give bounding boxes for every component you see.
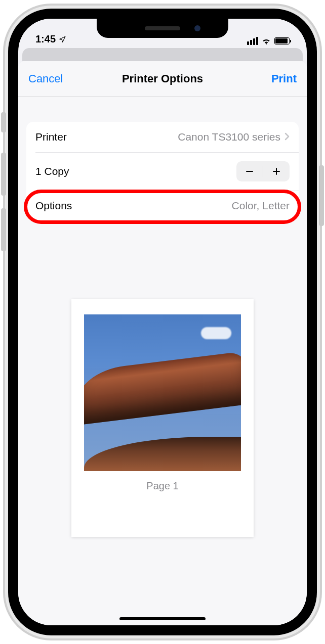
home-indicator[interactable] [119, 617, 206, 620]
options-row-label: Options [35, 200, 72, 212]
location-icon [59, 36, 66, 43]
settings-group: Printer Canon TS3100 series 1 Copy [26, 122, 299, 221]
printer-row-value: Canon TS3100 series [178, 131, 280, 143]
volume-up [1, 153, 6, 196]
screen: 1:45 Cancel Printer Options [18, 19, 307, 625]
front-camera [194, 25, 200, 31]
page-number-label: Page 1 [146, 480, 178, 492]
page-preview[interactable]: Page 1 [71, 299, 254, 537]
chevron-right-icon [285, 131, 290, 143]
print-label: Print [271, 72, 297, 85]
stepper-plus-button[interactable] [263, 161, 290, 181]
options-row-value: Color, Letter [232, 200, 290, 212]
status-time: 1:45 [35, 33, 56, 45]
copies-stepper [236, 161, 290, 181]
printer-row[interactable]: Printer Canon TS3100 series [26, 122, 299, 152]
volume-down [1, 208, 6, 251]
speaker [145, 26, 180, 30]
printer-options-sheet: Cancel Printer Options Print Printer Can… [18, 61, 307, 625]
svg-rect-2 [276, 168, 277, 175]
wifi-icon [261, 37, 271, 45]
copies-label: 1 Copy [35, 165, 69, 177]
cellular-icon [247, 37, 258, 45]
stepper-minus-button[interactable] [236, 161, 263, 181]
cancel-label: Cancel [28, 72, 63, 85]
notch [97, 19, 228, 38]
phone-frame: 1:45 Cancel Printer Options [8, 9, 317, 635]
preview-area: Page 1 [18, 221, 307, 625]
minus-icon [245, 166, 255, 176]
plus-icon [271, 166, 281, 176]
copies-row: 1 Copy [26, 152, 299, 191]
printer-row-label: Printer [35, 131, 67, 143]
battery-icon [274, 37, 290, 44]
options-row[interactable]: Options Color, Letter [26, 191, 299, 221]
nav-bar: Cancel Printer Options Print [18, 61, 307, 97]
power-button [319, 165, 324, 226]
page-title: Printer Options [122, 72, 203, 85]
preview-image [84, 314, 241, 471]
background-sheet [22, 48, 303, 61]
cancel-button[interactable]: Cancel [18, 61, 73, 96]
mute-switch [1, 112, 6, 132]
print-button[interactable]: Print [261, 61, 307, 96]
svg-rect-0 [246, 171, 253, 172]
